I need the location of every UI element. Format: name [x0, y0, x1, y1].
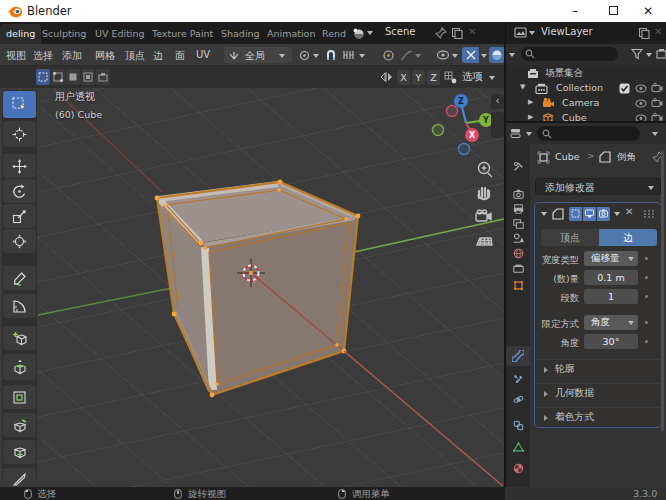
tool-transform-button[interactable]	[3, 229, 36, 253]
cube-mesh[interactable]	[155, 180, 361, 398]
view-layer-name[interactable]: ViewLayer	[541, 26, 593, 37]
hide-eye-icon[interactable]	[635, 84, 647, 93]
disable-render-camera-icon[interactable]	[651, 83, 663, 93]
segments-field[interactable]: 1	[584, 289, 638, 304]
bevel-affect-edges-tab[interactable]: 边	[599, 229, 657, 246]
tool-move-button[interactable]	[3, 154, 36, 178]
snap-target-icon[interactable]	[298, 49, 311, 62]
tab-object-data[interactable]	[506, 437, 530, 457]
workspace-tab-shading[interactable]: Shading	[221, 24, 260, 44]
new-collection-icon[interactable]	[656, 48, 666, 60]
mirror-z-button[interactable]: Z	[427, 70, 440, 85]
breadcrumb-modifier-name[interactable]: 倒角	[617, 151, 636, 164]
viewport-3d[interactable]: Z Y X	[0, 88, 505, 487]
nav-gizmo[interactable]: Z Y X	[433, 94, 494, 155]
pan-hand-icon[interactable]	[479, 188, 490, 199]
select-mode-vertex-button[interactable]	[36, 69, 50, 85]
menu-vertex[interactable]: 顶点	[125, 49, 145, 63]
proportional-editing-icon[interactable]	[382, 49, 395, 62]
camera-expand-arrow[interactable]: ▶	[528, 98, 533, 106]
tool-cursor-button[interactable]	[3, 121, 36, 147]
filter-icon[interactable]	[631, 48, 643, 60]
modifier-delete-button[interactable]: ✕	[625, 206, 633, 217]
falloff-curve-icon[interactable]	[400, 49, 413, 62]
tab-particles[interactable]	[506, 369, 530, 389]
angle-field[interactable]: 30°	[584, 334, 638, 349]
workspace-tab-modeling[interactable]: deling	[0, 24, 41, 44]
close-button[interactable]: ✕	[633, 0, 663, 22]
collection-expand-arrow[interactable]: ▼	[520, 83, 525, 91]
tab-physics[interactable]	[506, 389, 530, 409]
menu-mesh[interactable]: 网格	[95, 49, 115, 63]
mirror-y-button[interactable]: Y	[412, 70, 425, 85]
pin-icon[interactable]	[435, 27, 447, 39]
outliner-search-input[interactable]	[521, 47, 618, 61]
width-type-dropdown[interactable]: 偏移量	[584, 251, 638, 266]
tool-rotate-button[interactable]	[3, 179, 36, 203]
maximize-button[interactable]	[598, 0, 628, 22]
menu-face[interactable]: 面	[175, 49, 185, 63]
section-geometry[interactable]: 几何数据	[555, 387, 594, 400]
properties-scrollbar[interactable]	[661, 151, 664, 431]
props-filter-menu[interactable]	[652, 132, 658, 136]
outliner-row-scene-collection[interactable]: 场景集合	[506, 66, 666, 81]
shading-toggle[interactable]	[489, 47, 505, 63]
tool-bevel-button[interactable]	[3, 413, 36, 437]
tool-add-cube-button[interactable]	[3, 326, 36, 350]
workspace-tab-uv-editing[interactable]: UV Editing	[95, 24, 145, 44]
select-mode-face-button[interactable]	[66, 69, 80, 85]
sidebar-toggle-arrow[interactable]: ‹	[491, 94, 504, 109]
properties-editor-icon[interactable]	[510, 128, 524, 139]
xray-toggle[interactable]	[462, 47, 479, 63]
scene-name[interactable]: Scene	[385, 26, 416, 37]
outliner-editor-menu[interactable]	[509, 53, 515, 57]
zoom-tool-icon[interactable]	[479, 163, 493, 178]
snap-with-icon[interactable]	[342, 49, 356, 61]
tool-inset-button[interactable]	[3, 385, 36, 409]
tool-loop-cut-button[interactable]	[3, 440, 36, 464]
workspace-tab-render[interactable]: Rend	[322, 24, 346, 44]
new-scene-icon[interactable]	[451, 27, 463, 39]
modifier-show-realtime-toggle[interactable]	[583, 207, 596, 221]
tab-constraints[interactable]	[506, 415, 530, 435]
tool-knife-button[interactable]	[3, 468, 36, 487]
bevel-affect-vertices-tab[interactable]: 顶点	[541, 229, 599, 246]
limit-method-dropdown[interactable]: 角度	[584, 315, 638, 330]
tab-tool[interactable]	[506, 156, 530, 176]
mode-extra-button-2[interactable]	[96, 69, 110, 85]
tool-measure-button[interactable]	[3, 294, 36, 318]
camera-eye-icon[interactable]	[635, 99, 647, 108]
modifier-show-render-toggle[interactable]	[597, 207, 610, 221]
add-modifier-button[interactable]: 添加修改器	[535, 178, 661, 195]
sidebar-tab[interactable]	[491, 112, 504, 138]
tool-annotate-button[interactable]	[3, 266, 36, 290]
minimize-button[interactable]: –	[560, 0, 590, 22]
modifier-expand-arrow[interactable]	[541, 212, 547, 216]
section-shading[interactable]: 着色方式	[555, 411, 594, 424]
grid-view-icon[interactable]	[477, 238, 492, 245]
modifier-extras-menu[interactable]	[614, 212, 620, 216]
properties-search-input[interactable]	[537, 126, 640, 141]
options-dropdown[interactable]: 选项	[462, 70, 483, 84]
tool-extrude-button[interactable]	[3, 354, 36, 380]
new-view-layer-icon[interactable]	[638, 27, 650, 39]
tool-scale-button[interactable]	[3, 204, 36, 228]
mirror-x-button[interactable]: X	[397, 70, 410, 85]
cube-expand-arrow[interactable]: ▶	[528, 113, 533, 121]
outliner-row-collection[interactable]: ▼ Collection	[506, 81, 666, 96]
camera-view-icon[interactable]	[476, 210, 491, 221]
breadcrumb-object-name[interactable]: Cube	[555, 151, 580, 162]
modifier-show-edit-toggle[interactable]	[569, 207, 582, 221]
scene-dropdown-arrow[interactable]	[367, 31, 373, 35]
tab-material[interactable]	[506, 458, 530, 478]
menu-select[interactable]: 选择	[33, 49, 53, 63]
workspace-tab-animation[interactable]: Animation	[267, 24, 315, 44]
collection-checkbox[interactable]	[619, 83, 630, 94]
visibility-icon[interactable]	[436, 49, 450, 61]
snap-magnet-icon[interactable]	[324, 48, 338, 62]
workspace-tab-sculpting[interactable]: Sculpting	[42, 24, 86, 44]
select-mode-edge-button[interactable]	[51, 69, 65, 85]
workspace-tab-texture-paint[interactable]: Texture Paint	[152, 24, 213, 44]
camera-render-icon[interactable]	[651, 98, 663, 108]
tool-box-select-button[interactable]	[3, 91, 36, 118]
